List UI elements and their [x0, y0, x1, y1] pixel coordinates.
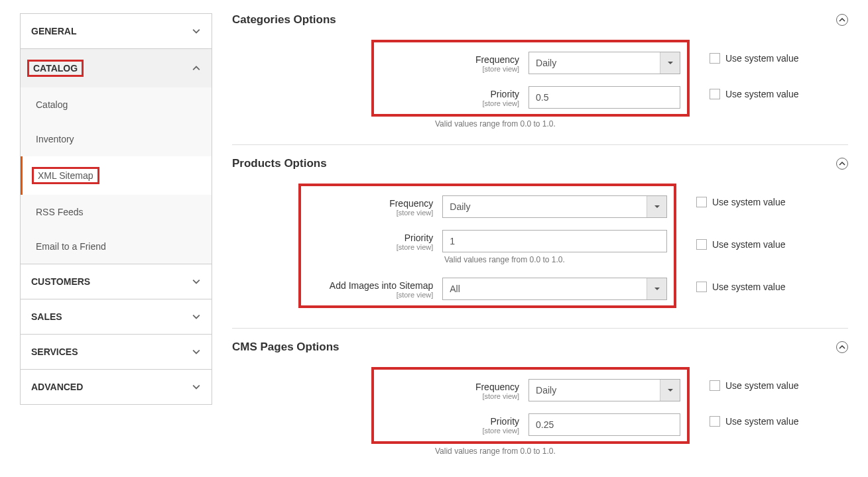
nav-label: ADVANCED: [31, 382, 83, 392]
field-label: Frequency: [381, 54, 519, 65]
sys-label: Use system value: [712, 239, 785, 250]
section-title: Categories Options: [232, 13, 336, 26]
chevron-down-icon: [192, 347, 201, 356]
nav-group-sales[interactable]: SALES: [20, 299, 212, 335]
nav-group-general[interactable]: GENERAL: [20, 13, 212, 49]
field-scope: [store view]: [381, 392, 519, 400]
cms-frequency-select[interactable]: Daily: [528, 379, 680, 401]
chevron-down-icon: [192, 382, 201, 392]
nav-label: CUSTOMERS: [31, 276, 90, 287]
field-scope: [store view]: [308, 291, 433, 299]
field-label: Priority: [381, 89, 519, 99]
collapse-icon[interactable]: [836, 341, 848, 353]
sys-label: Use system value: [725, 380, 798, 391]
field-label: Frequency: [308, 198, 433, 209]
sidebar-item-inventory[interactable]: Inventory: [21, 122, 212, 156]
nav-group-advanced[interactable]: ADVANCED: [20, 369, 212, 405]
nav-group-services[interactable]: SERVICES: [20, 334, 212, 370]
section-products: Products Options Frequency [store view] …: [232, 157, 848, 329]
sys-label: Use system value: [725, 89, 798, 99]
nav-group-customers[interactable]: CUSTOMERS: [20, 264, 212, 299]
field-scope: [store view]: [381, 65, 519, 73]
nav-label: SERVICES: [31, 346, 78, 357]
section-cms: CMS Pages Options Frequency [store view]…: [232, 341, 848, 472]
chevron-down-icon: [192, 26, 201, 36]
nav-label: SALES: [31, 311, 62, 322]
cms-priority-sys-checkbox[interactable]: [710, 416, 720, 427]
products-addimages-select[interactable]: All: [442, 278, 667, 300]
field-scope: [store view]: [308, 209, 433, 217]
nav-header-catalog[interactable]: CATALOG: [21, 49, 212, 87]
nav-sub-catalog: Catalog Inventory XML Sitemap RSS Feeds …: [21, 87, 212, 264]
dropdown-arrow-icon: [647, 196, 666, 217]
field-scope: [store view]: [308, 243, 433, 251]
cms-frequency-sys-checkbox[interactable]: [710, 380, 720, 391]
chevron-down-icon: [192, 312, 201, 321]
categories-frequency-sys-checkbox[interactable]: [710, 53, 720, 64]
section-title: Products Options: [232, 157, 327, 170]
main-content: Categories Options Frequency [store view…: [232, 13, 848, 477]
sys-label: Use system value: [712, 197, 785, 207]
sidebar-item-xml-sitemap[interactable]: XML Sitemap: [21, 156, 212, 195]
dropdown-arrow-icon: [660, 52, 680, 74]
cms-priority-input[interactable]: [528, 413, 680, 436]
categories-frequency-select[interactable]: Daily: [528, 52, 680, 74]
chevron-down-icon: [192, 277, 201, 286]
sidebar-item-catalog[interactable]: Catalog: [21, 87, 212, 122]
helper-text: Valid values range from 0.0 to 1.0.: [434, 447, 676, 456]
field-label: Priority: [308, 233, 433, 243]
field-label: Frequency: [381, 382, 519, 392]
sys-label: Use system value: [725, 416, 798, 427]
chevron-up-icon: [192, 64, 201, 73]
field-label: Priority: [381, 416, 519, 427]
sidebar-item-email-friend[interactable]: Email to a Friend: [21, 229, 212, 264]
sidebar: GENERAL CATALOG Catalog Inventory XML Si…: [20, 13, 212, 477]
nav-group-catalog: CATALOG Catalog Inventory XML Sitemap RS…: [20, 48, 212, 264]
products-addimages-sys-checkbox[interactable]: [696, 282, 707, 292]
products-frequency-sys-checkbox[interactable]: [696, 197, 707, 207]
collapse-icon[interactable]: [836, 158, 848, 170]
section-categories: Categories Options Frequency [store view…: [232, 13, 848, 145]
field-label: Add Images into Sitemap: [308, 280, 433, 291]
sidebar-item-rss-feeds[interactable]: RSS Feeds: [21, 195, 212, 229]
nav-label: GENERAL: [31, 26, 76, 36]
section-title: CMS Pages Options: [232, 341, 340, 354]
categories-priority-input[interactable]: [528, 86, 680, 109]
field-scope: [store view]: [381, 427, 519, 435]
sys-label: Use system value: [725, 53, 798, 64]
collapse-icon[interactable]: [836, 14, 848, 26]
products-priority-input[interactable]: [442, 230, 667, 252]
dropdown-arrow-icon: [647, 278, 666, 299]
dropdown-arrow-icon: [660, 380, 680, 401]
helper-text: Valid values range from 0.0 to 1.0.: [434, 119, 676, 129]
products-frequency-select[interactable]: Daily: [442, 195, 667, 218]
nav-label: CATALOG: [27, 60, 84, 77]
products-priority-sys-checkbox[interactable]: [696, 239, 707, 250]
helper-text: Valid values range from 0.0 to 1.0.: [443, 255, 685, 264]
sys-label: Use system value: [712, 282, 785, 292]
field-scope: [store view]: [381, 99, 519, 107]
categories-priority-sys-checkbox[interactable]: [710, 89, 720, 99]
